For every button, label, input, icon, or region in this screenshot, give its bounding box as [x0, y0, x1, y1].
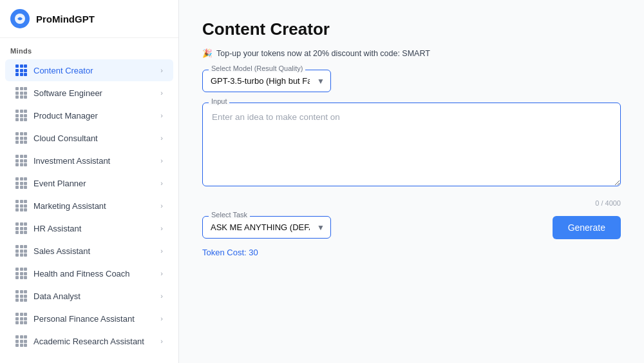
sidebar-item-label-health-fitness-coach: Health and Fitness Coach — [33, 269, 154, 279]
model-field: Select Model (Result Quality) GPT-3.5-tu… — [202, 70, 621, 92]
sidebar-item-marketing-assistant[interactable]: Marketing Assistant› — [5, 195, 173, 217]
chevron-icon-cloud-consultant: › — [160, 134, 163, 142]
logo-icon — [10, 9, 30, 28]
sidebar-item-sales-assistant[interactable]: Sales Assistant› — [5, 240, 173, 262]
minds-section-label: Minds — [0, 38, 178, 59]
chevron-icon-investment-assistant: › — [160, 157, 163, 164]
input-label: Input — [209, 97, 229, 105]
logo-area: ProMindGPT — [0, 0, 178, 38]
sidebar-item-label-hr-assistant: HR Assistant — [33, 224, 154, 233]
sidebar-item-label-cloud-consultant: Cloud Consultant — [33, 133, 154, 143]
grid-icon-software-engineer — [15, 87, 27, 99]
grid-icon-cloud-consultant — [15, 132, 27, 144]
promo-banner: 🎉 Top-up your tokens now at 20% discount… — [202, 48, 621, 58]
minds-nav: Content Creator›Software Engineer›Produc… — [0, 59, 178, 353]
sidebar-item-event-planner[interactable]: Event Planner› — [5, 172, 173, 194]
sidebar: ProMindGPT Minds Content Creator›Softwar… — [0, 0, 179, 363]
sidebar-item-product-manager[interactable]: Product Manager› — [5, 104, 173, 126]
sidebar-item-personal-finance-assistant[interactable]: Personal Finance Assistant› — [5, 308, 173, 329]
sidebar-item-label-product-manager: Product Manager — [33, 111, 154, 121]
grid-icon-health-fitness-coach — [15, 268, 27, 279]
chevron-icon-academic-research-assistant: › — [160, 337, 163, 345]
sidebar-item-label-academic-research-assistant: Academic Research Assistant — [33, 337, 154, 346]
task-label: Select Task — [209, 211, 250, 219]
task-field: Select Task ASK ME ANYTHING (DEFAULT)Blo… — [202, 216, 331, 239]
token-cost: Token Cost: 30 — [202, 248, 331, 257]
input-textarea[interactable] — [202, 103, 621, 186]
grid-icon-data-analyst — [15, 290, 27, 302]
model-select[interactable]: GPT-3.5-turbo (High but Fast)GPT-4 (Best… — [202, 70, 331, 92]
task-generate-row: Select Task ASK ME ANYTHING (DEFAULT)Blo… — [202, 216, 621, 257]
sidebar-item-label-marketing-assistant: Marketing Assistant — [33, 201, 154, 211]
sidebar-item-label-data-analyst: Data Analyst — [33, 291, 154, 301]
page-title: Content Creator — [202, 19, 621, 39]
account-section-label: Account — [0, 353, 178, 363]
char-count: 0 / 4000 — [202, 199, 621, 207]
chevron-icon-software-engineer: › — [160, 89, 163, 97]
promo-text: Top-up your tokens now at 20% discount w… — [216, 49, 430, 58]
task-left: Select Task ASK ME ANYTHING (DEFAULT)Blo… — [202, 216, 331, 257]
task-select[interactable]: ASK ME ANYTHING (DEFAULT)Blog PostSocial… — [202, 216, 331, 239]
sidebar-item-label-software-engineer: Software Engineer — [33, 88, 154, 98]
task-select-wrapper: ASK ME ANYTHING (DEFAULT)Blog PostSocial… — [202, 216, 331, 239]
main-content: Content Creator 🎉 Top-up your tokens now… — [179, 0, 644, 363]
sidebar-item-cloud-consultant[interactable]: Cloud Consultant› — [5, 127, 173, 149]
sidebar-item-hr-assistant[interactable]: HR Assistant› — [5, 217, 173, 239]
grid-icon-event-planner — [15, 177, 27, 189]
sidebar-item-label-content-creator: Content Creator — [33, 66, 154, 75]
sidebar-item-content-creator[interactable]: Content Creator› — [5, 59, 173, 81]
chevron-icon-event-planner: › — [160, 179, 163, 187]
grid-icon-marketing-assistant — [15, 200, 27, 211]
grid-icon-product-manager — [15, 110, 27, 121]
input-field-wrapper: Input — [202, 103, 621, 189]
sidebar-item-data-analyst[interactable]: Data Analyst› — [5, 285, 173, 307]
sidebar-item-label-personal-finance-assistant: Personal Finance Assistant — [33, 314, 154, 324]
generate-button[interactable]: Generate — [553, 216, 621, 239]
grid-icon-sales-assistant — [15, 245, 27, 257]
sidebar-item-academic-research-assistant[interactable]: Academic Research Assistant› — [5, 330, 173, 352]
chevron-icon-marketing-assistant: › — [160, 202, 163, 210]
model-select-wrapper: GPT-3.5-turbo (High but Fast)GPT-4 (Best… — [202, 70, 331, 92]
chevron-icon-content-creator: › — [160, 66, 163, 74]
sidebar-item-label-sales-assistant: Sales Assistant — [33, 246, 154, 256]
chevron-icon-data-analyst: › — [160, 292, 163, 300]
promo-emoji: 🎉 — [202, 48, 213, 58]
model-label: Select Model (Result Quality) — [209, 64, 305, 72]
sidebar-item-label-investment-assistant: Investment Assistant — [33, 156, 154, 166]
grid-icon-academic-research-assistant — [15, 335, 27, 347]
grid-icon-content-creator — [15, 64, 27, 76]
sidebar-item-label-event-planner: Event Planner — [33, 179, 154, 188]
chevron-icon-health-fitness-coach: › — [160, 270, 163, 277]
sidebar-item-investment-assistant[interactable]: Investment Assistant› — [5, 150, 173, 172]
grid-icon-hr-assistant — [15, 222, 27, 234]
chevron-icon-sales-assistant: › — [160, 247, 163, 255]
grid-icon-personal-finance-assistant — [15, 313, 27, 324]
sidebar-item-software-engineer[interactable]: Software Engineer› — [5, 82, 173, 104]
chevron-icon-personal-finance-assistant: › — [160, 315, 163, 322]
app-name: ProMindGPT — [36, 14, 95, 25]
grid-icon-investment-assistant — [15, 155, 27, 166]
sidebar-item-health-fitness-coach[interactable]: Health and Fitness Coach› — [5, 262, 173, 284]
chevron-icon-hr-assistant: › — [160, 224, 163, 232]
chevron-icon-product-manager: › — [160, 112, 163, 119]
